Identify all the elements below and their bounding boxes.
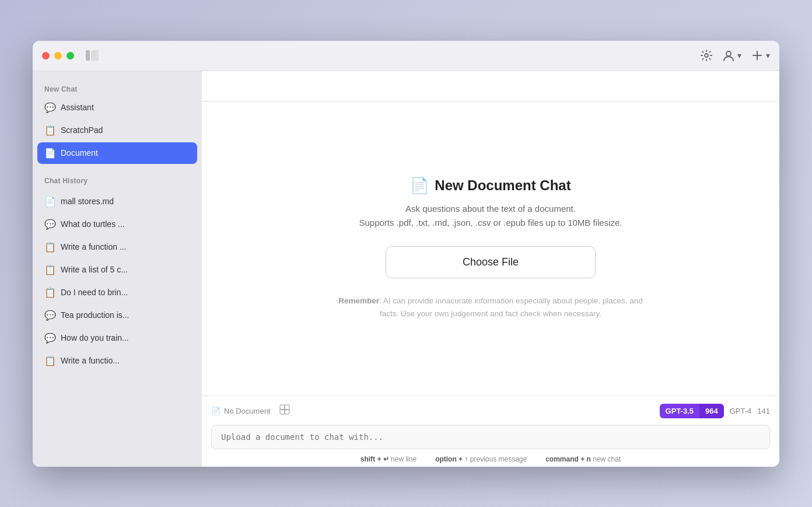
history-label-7: Write a functio... (61, 356, 120, 365)
remember-text: Remember: AI can provide innacurate info… (333, 295, 648, 320)
scratchpad-label: ScratchPad (61, 125, 103, 135)
history-item-7[interactable]: 📋 Write a functio... (37, 350, 197, 372)
bottom-bar: 📄 No Document GPT-3.5 (202, 396, 779, 467)
shortcuts-bar: shift + ↵ new line option + ↑ previous m… (211, 455, 770, 463)
desktop-background: ▾ ▾ New Chat 💬 Assistant (0, 0, 812, 507)
history-item-5[interactable]: 💬 Tea production is... (37, 305, 197, 326)
shortcut-newchat-label2: new chat (593, 455, 621, 463)
user-button[interactable]: ▾ (722, 49, 741, 62)
shortcut-newline-label2: new line (391, 455, 416, 463)
content-body: 📄 New Document Chat Ask questions about … (202, 102, 779, 396)
sidebar-item-document[interactable]: 📄 Document (37, 142, 197, 164)
content-header (202, 71, 779, 102)
shortcut-prev-key: option + ↑ (435, 455, 468, 463)
gpt35-label: GPT-3.5 (660, 404, 699, 418)
no-document-label: No Document (224, 407, 270, 415)
new-doc-icon: 📄 (410, 177, 429, 195)
svg-point-2 (705, 54, 708, 57)
no-document-indicator: 📄 No Document (211, 407, 270, 415)
history-label-4: Do I need to brin... (61, 288, 128, 297)
new-chat-label: New Chat (37, 81, 197, 97)
user-dropdown-arrow: ▾ (737, 51, 741, 60)
sidebar: New Chat 💬 Assistant 📋 ScratchPad 📄 Docu… (33, 71, 202, 467)
shortcut-newline-key: shift + ↵ (360, 455, 389, 463)
add-button[interactable]: ▾ (751, 49, 770, 62)
remember-label: Remember (338, 296, 379, 305)
history-item-0[interactable]: 📄 mall stores.md (37, 191, 197, 212)
subtitle-line2: Supports .pdf, .txt, .md, .json, .csv or… (359, 218, 622, 228)
titlebar-actions: ▾ ▾ (700, 49, 770, 62)
sidebar-toggle-button[interactable] (86, 50, 99, 61)
history-label-6: How do you train... (61, 333, 129, 342)
app-window: ▾ ▾ New Chat 💬 Assistant (33, 41, 779, 467)
assistant-label: Assistant (61, 103, 94, 112)
shortcut-newchat-key: command + n (545, 455, 591, 463)
history-icon-0: 📄 (44, 196, 55, 207)
history-icon-6: 💬 (44, 333, 55, 344)
history-label-1: What do turtles ... (61, 219, 125, 229)
history-item-3[interactable]: 📋 Write a list of 5 c... (37, 259, 197, 281)
history-icon-5: 💬 (44, 310, 55, 321)
main-title: New Document Chat (435, 177, 570, 194)
history-item-6[interactable]: 💬 How do you train... (37, 327, 197, 349)
gpt35-tokens: 964 (699, 404, 724, 418)
chat-input[interactable] (211, 425, 770, 449)
subtitle-line1: Ask questions about the text of a docume… (405, 204, 576, 214)
history-divider: Chat History (37, 172, 197, 188)
history-label-0: mall stores.md (61, 197, 114, 206)
assistant-icon: 💬 (44, 102, 55, 113)
content-area: 📄 New Document Chat Ask questions about … (202, 71, 779, 467)
titlebar: ▾ ▾ (33, 41, 779, 71)
history-label-2: Write a function ... (61, 242, 127, 251)
history-label-3: Write a list of 5 c... (61, 265, 128, 274)
doc-subtitle: Ask questions about the text of a docume… (359, 202, 622, 230)
shortcut-prev-label2: previous message (470, 455, 527, 463)
history-label-5: Tea production is... (61, 310, 130, 320)
model-controls: GPT-3.5 964 GPT-4 141 (660, 404, 770, 418)
svg-rect-1 (91, 50, 99, 61)
chat-history-label: Chat History (37, 172, 197, 188)
doc-title-area: 📄 New Document Chat Ask questions about … (359, 177, 622, 230)
close-button[interactable] (42, 52, 50, 60)
document-label: Document (61, 148, 98, 158)
clear-button[interactable] (277, 402, 292, 420)
minimize-button[interactable] (54, 52, 62, 60)
doc-icon-title: 📄 New Document Chat (410, 177, 570, 195)
history-icon-1: 💬 (44, 219, 55, 230)
history-icon-3: 📋 (44, 264, 55, 275)
traffic-lights (42, 52, 74, 60)
history-item-4[interactable]: 📋 Do I need to brin... (37, 282, 197, 303)
history-icon-2: 📋 (44, 242, 55, 253)
history-icon-4: 📋 (44, 287, 55, 298)
no-doc-icon: 📄 (211, 407, 220, 415)
add-dropdown-arrow: ▾ (766, 51, 770, 60)
gpt35-button[interactable]: GPT-3.5 964 (660, 404, 724, 418)
remember-body: : AI can provide innacurate information … (379, 296, 643, 318)
choose-file-button[interactable]: Choose File (386, 246, 596, 278)
shortcut-newchat: command + n new chat (545, 455, 621, 463)
shortcut-newline: shift + ↵ new line (360, 455, 416, 463)
scratchpad-icon: 📋 (44, 125, 55, 136)
shortcut-prev: option + ↑ previous message (435, 455, 527, 463)
history-item-2[interactable]: 📋 Write a function ... (37, 236, 197, 258)
gpt4-button[interactable]: GPT-4 (726, 404, 755, 418)
svg-point-3 (726, 51, 731, 56)
history-icon-7: 📋 (44, 355, 55, 366)
gpt4-tokens: 141 (757, 407, 770, 415)
gear-button[interactable] (700, 49, 713, 62)
maximize-button[interactable] (66, 52, 74, 60)
history-item-1[interactable]: 💬 What do turtles ... (37, 214, 197, 235)
bottom-controls: 📄 No Document GPT-3.5 (211, 402, 770, 420)
document-icon: 📄 (44, 148, 55, 159)
main-layout: New Chat 💬 Assistant 📋 ScratchPad 📄 Docu… (33, 71, 779, 467)
sidebar-item-scratchpad[interactable]: 📋 ScratchPad (37, 120, 197, 141)
sidebar-item-assistant[interactable]: 💬 Assistant (37, 97, 197, 118)
svg-rect-0 (86, 50, 90, 61)
